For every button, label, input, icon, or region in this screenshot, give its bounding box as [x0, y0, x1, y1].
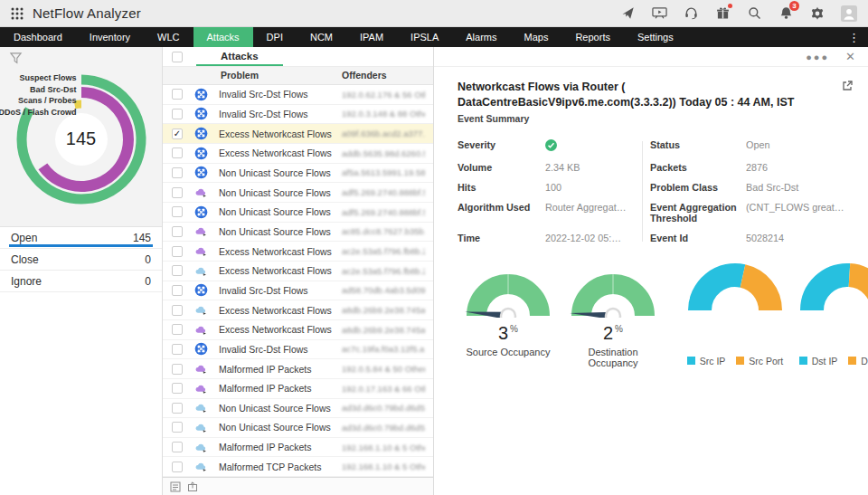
user-avatar[interactable] — [841, 5, 857, 22]
status-row-close[interactable]: Close0 — [0, 249, 162, 271]
external-link-icon[interactable] — [841, 80, 854, 92]
row-checkbox[interactable]: ✓ — [172, 129, 183, 139]
table-row[interactable]: Malformed TCP Packets192.168.1.10 & 5 Ot… — [163, 457, 433, 477]
table-row[interactable]: Invalid Src-Dst Flows192.0.62.176 & 56 O… — [163, 85, 433, 105]
problem-text: Malformed IP Packets — [219, 364, 312, 375]
row-checkbox[interactable] — [172, 206, 183, 217]
nav-item-settings[interactable]: Settings — [624, 27, 687, 47]
gauge-value: 3% — [461, 323, 555, 344]
nav-item-maps[interactable]: Maps — [511, 27, 562, 47]
headset-icon[interactable] — [683, 5, 699, 22]
table-row[interactable]: Invalid Src-Dst Flowsac7c.19fa.f0a3.12f5… — [163, 340, 433, 360]
table-row[interactable]: Excess Networkcast Flowsaddb.5635.98d.62… — [163, 144, 433, 164]
search-icon[interactable] — [746, 5, 762, 22]
row-checkbox[interactable] — [172, 89, 183, 100]
field-value: Bad Src-Dst — [746, 182, 854, 193]
ellipsis-icon[interactable]: ●●● — [806, 52, 829, 62]
table-row[interactable]: Non Unicast Source Flowsadf5.269.2740.88… — [163, 183, 433, 203]
send-icon[interactable] — [619, 5, 636, 22]
field-label: Hits — [458, 182, 545, 193]
gift-icon[interactable] — [714, 5, 731, 22]
row-checkbox[interactable] — [172, 265, 183, 276]
select-all-checkbox[interactable] — [172, 52, 183, 62]
export-icon[interactable] — [187, 481, 198, 492]
nav-item-ipam[interactable]: IPAM — [346, 27, 397, 47]
row-checkbox[interactable] — [172, 148, 183, 158]
gauge-destination-occupancy: 2%Destination Occupancy — [566, 267, 660, 368]
legend-item: Src IP — [687, 356, 726, 366]
tab-attacks[interactable]: Attacks — [196, 47, 283, 66]
row-checkbox[interactable] — [172, 383, 183, 394]
row-checkbox[interactable] — [172, 167, 183, 178]
nav-item-inventory[interactable]: Inventory — [76, 27, 144, 47]
event-detail-panel: ●●● ✕ Networkcast Flows via Router ( Dat… — [434, 47, 868, 495]
problem-text: Non Unicast Source Flows — [219, 187, 331, 198]
row-checkbox[interactable] — [172, 305, 183, 316]
row-checkbox[interactable] — [172, 403, 183, 414]
field-value: 2876 — [746, 162, 854, 173]
table-row[interactable]: Excess Networkcast Flowsa8db.26b9.2e38.7… — [163, 300, 433, 320]
status-row-open[interactable]: Open145 — [0, 227, 162, 249]
row-checkbox[interactable] — [172, 109, 183, 119]
row-checkbox[interactable] — [172, 344, 183, 355]
row-checkbox[interactable] — [172, 187, 183, 198]
offenders-text: a8db.26b9.2e38.745ab... — [342, 325, 425, 335]
row-checkbox[interactable] — [172, 324, 183, 335]
row-checkbox[interactable] — [172, 422, 183, 433]
nav-item-alarms[interactable]: Alarms — [452, 27, 510, 47]
nav-item-reports[interactable]: Reports — [561, 27, 624, 47]
cloud-blue-icon — [194, 460, 208, 473]
problem-text: Invalid Src-Dst Flows — [219, 285, 308, 296]
bell-icon[interactable]: 3 — [778, 5, 794, 22]
presentation-icon[interactable] — [651, 5, 667, 22]
offenders-text: 192.0.62.176 & 56 Others — [342, 90, 425, 100]
table-row[interactable]: Excess Networkcast Flowsac2e.53a5.f796.f… — [163, 262, 433, 281]
table-row[interactable]: Non Unicast Source Flowsadf5.269.2740.88… — [163, 203, 433, 223]
nav-item-wlc[interactable]: WLC — [144, 27, 193, 47]
table-row[interactable]: Excess Networkcast Flowsac2e.53a5.f796.f… — [163, 242, 433, 262]
row-checkbox[interactable] — [172, 364, 183, 375]
row-checkbox[interactable] — [172, 226, 183, 237]
field-label: Event Id — [636, 233, 746, 243]
table-row[interactable]: Non Unicast Source Flowsad3d.d6c0.79bd.d… — [163, 399, 433, 419]
app-grid-icon[interactable] — [11, 7, 24, 20]
close-icon[interactable]: ✕ — [845, 50, 855, 63]
table-row[interactable]: ✓Excess Networkcast Flowsa09f.636b.acd2.… — [163, 124, 433, 144]
nav-item-dpi[interactable]: DPI — [253, 27, 297, 47]
problem-text: Non Unicast Source Flows — [219, 422, 331, 433]
offenders-text: a8db.26b9.2e38.745ab... — [342, 305, 425, 315]
nav-item-ipsla[interactable]: IPSLA — [397, 27, 452, 47]
ring-label: Bad Src-Dst — [0, 84, 77, 96]
row-checkbox[interactable] — [172, 246, 183, 257]
status-row-ignore[interactable]: Ignore0 — [0, 271, 162, 292]
table-row[interactable]: Non Unicast Source Flowsaf5a.5613.5991.1… — [163, 164, 433, 184]
problem-text: Non Unicast Source Flows — [219, 403, 331, 414]
nav-item-ncm[interactable]: NCM — [297, 27, 346, 47]
table-row[interactable]: Invalid Src-Dst Flowsad58.70db.4ab3.5d09… — [163, 281, 433, 301]
cloud-blue-icon — [194, 421, 208, 434]
row-checkbox[interactable] — [172, 462, 183, 472]
attack-class-donut: Suspect FlowsBad Src-DstScans / ProbesDD… — [5, 67, 157, 223]
table-row[interactable]: Invalid Src-Dst Flows192.0.3.148 & 88 Ot… — [163, 105, 433, 125]
nav-item-attacks[interactable]: Attacks — [193, 27, 253, 47]
ring-label: Scans / Probes — [0, 95, 77, 107]
table-row[interactable]: Malformed IP Packets192.0.5.84 & 50 Othe… — [163, 359, 433, 379]
offenders-text: a09f.636b.acd2.a377.9b... — [342, 129, 425, 138]
table-header: Problem Offenders — [163, 67, 433, 85]
table-row[interactable]: Non Unicast Source Flowsac85.dcc8.7627.b… — [163, 223, 433, 243]
table-row[interactable]: Excess Networkcast Flowsa8db.26b9.2e38.7… — [163, 320, 433, 340]
table-row[interactable]: Malformed IP Packets192.0.17.163 & 66 Ot… — [163, 379, 433, 399]
field-label: Time — [458, 233, 545, 243]
offenders-text: ad58.70db.4ab3.5d09.b... — [342, 285, 425, 295]
router-icon — [194, 127, 208, 140]
legend-item: Dst IP — [799, 356, 838, 366]
table-row[interactable]: Non Unicast Source Flowsad3d.d6c0.79bd.d… — [163, 418, 433, 438]
funnel-icon[interactable] — [9, 52, 23, 65]
gear-icon[interactable] — [809, 5, 826, 22]
row-checkbox[interactable] — [172, 285, 183, 296]
table-row[interactable]: Malformed IP Packets192.168.1.10 & 5 Oth… — [163, 438, 433, 458]
row-checkbox[interactable] — [172, 442, 183, 452]
nav-item-dashboard[interactable]: Dashboard — [0, 27, 76, 47]
list-icon[interactable] — [170, 481, 181, 492]
kebab-menu-icon[interactable]: ⋮ — [840, 27, 868, 47]
